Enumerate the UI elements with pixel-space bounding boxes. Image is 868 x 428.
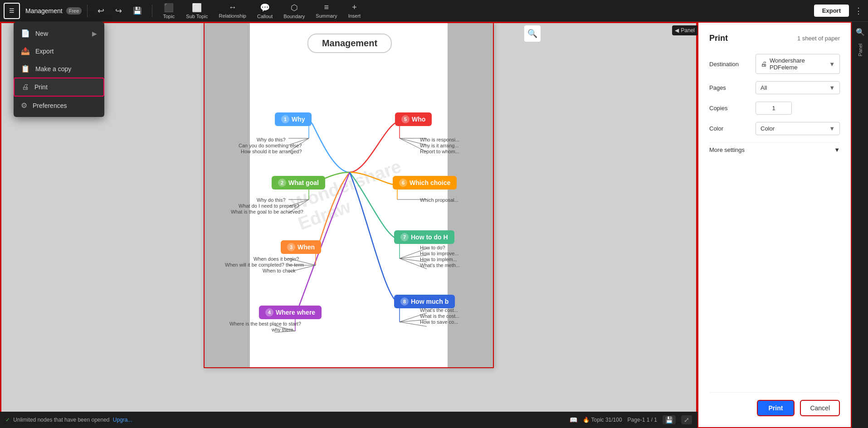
toolbar: ☰ Management Free ↩ ↪ 💾 ⬛ Topic ⬜ Sub To… [0, 0, 868, 22]
topic-how-much-num: 8 [400, 297, 409, 306]
topic-where[interactable]: 4 Where where [259, 306, 322, 319]
pages-select[interactable]: All ▼ [756, 81, 840, 94]
subtopic-button[interactable]: ⬜ Sub Topic [181, 2, 212, 20]
sub-howto-2: How to improve... [420, 251, 459, 256]
callout-label: Callout [257, 14, 273, 19]
summary-icon: ≡ [324, 3, 329, 12]
topic-where-num: 4 [265, 308, 273, 316]
sub-goal-2: What do I need to prepare? [239, 203, 299, 209]
sub-howto-3: How to implem... [420, 257, 457, 262]
print-button[interactable]: Print [757, 400, 795, 416]
search-button[interactable]: 🔍 [524, 25, 541, 42]
insert-icon: + [352, 3, 357, 12]
destination-row: Destination 🖨 Wondershare PDFeleme ▼ [709, 54, 840, 74]
relationship-button[interactable]: ↔ Relationship [214, 2, 251, 19]
book-icon-button[interactable]: 📖 [570, 416, 577, 423]
export-button[interactable]: Export [814, 5, 849, 17]
topic-what-goal[interactable]: 2 What goal [272, 176, 325, 190]
topic-why[interactable]: 1 Why [275, 112, 312, 126]
unlimited-msg: ✓ Unlimited nodes that have been opened … [5, 417, 132, 423]
menu-item-print[interactable]: 🖨 Print [14, 78, 104, 97]
plan-badge: Free [66, 7, 82, 15]
upgrade-link[interactable]: Upgra... [113, 417, 132, 423]
callout-button[interactable]: 💬 Callout [253, 2, 277, 20]
print-subtitle: 1 sheet of paper [797, 35, 840, 42]
sub-why-2: Can you do something else? [239, 143, 302, 148]
topic-how-to[interactable]: 7 How to do H [394, 230, 454, 244]
color-value: Color [761, 125, 775, 132]
topic-when[interactable]: 3 When [281, 240, 321, 254]
print-icon: 🖨 [22, 83, 29, 91]
topic-which-num: 6 [399, 179, 407, 187]
destination-value: Wondershare PDFeleme [770, 57, 829, 71]
menu-copy-label: Make a copy [35, 65, 71, 73]
bottom-bar: ✓ Unlimited nodes that have been opened … [0, 412, 697, 428]
menu-item-make-copy[interactable]: 📋 Make a copy [14, 60, 104, 78]
sub-howmuch-2: What is the cost... [420, 313, 459, 319]
topic-how-much[interactable]: 8 How much b [394, 295, 455, 308]
preferences-icon: ⚙ [21, 101, 27, 110]
right-sidebar: 🔍 Panel [852, 22, 868, 428]
print-panel: Print 1 sheet of paper Destination 🖨 Won… [697, 22, 852, 428]
topic-who[interactable]: 5 Who [395, 112, 432, 126]
menu-item-new[interactable]: 📄 New ▶ [14, 24, 104, 42]
callout-icon: 💬 [260, 3, 270, 13]
new-arrow-icon: ▶ [92, 30, 97, 37]
topic-how-much-label: How much b [411, 298, 449, 305]
topic-how-to-num: 7 [400, 233, 409, 241]
mindmap-container[interactable]: WondershareEdraw [205, 23, 495, 367]
sub-where-1: Where is the best place to start? [229, 321, 301, 326]
copies-row: Copies [709, 102, 840, 115]
boundary-button[interactable]: ⬡ Boundary [279, 2, 309, 20]
check-icon: ✓ [5, 417, 10, 423]
sub-when-3: When to check [263, 268, 296, 273]
toolbar-right: Export ⋮ [814, 4, 864, 18]
menu-button[interactable]: ☰ [4, 3, 20, 19]
subtopic-label: Sub Topic [186, 14, 208, 19]
menu-item-preferences[interactable]: ⚙ Preferences [14, 97, 104, 114]
menu-export-label: Export [35, 48, 54, 55]
topic-which[interactable]: 6 Which choice [393, 176, 457, 190]
save-button[interactable]: 💾 [128, 5, 146, 16]
destination-select[interactable]: 🖨 Wondershare PDFeleme ▼ [756, 54, 840, 74]
topic-who-label: Who [412, 116, 425, 123]
print-footer: Print Cancel [709, 392, 840, 416]
canvas-area[interactable]: 🔍 ◀ Panel WondershareEdraw [0, 22, 697, 428]
topic-where-label: Where where [276, 309, 315, 316]
menu-print-label: Print [34, 83, 48, 91]
color-chevron-icon: ▼ [829, 125, 835, 132]
menu-item-export[interactable]: 📤 Export [14, 42, 104, 60]
relationship-icon: ↔ [229, 3, 237, 12]
cancel-button[interactable]: Cancel [800, 400, 840, 416]
redo-button[interactable]: ↪ [111, 5, 127, 17]
more-settings-chevron-icon: ▼ [834, 146, 840, 153]
menu-new-label: New [35, 30, 48, 37]
canvas-paper[interactable]: WondershareEdraw [204, 22, 494, 368]
expand-button[interactable]: ⤢ [681, 415, 692, 424]
topic-icon: ⬛ [164, 3, 174, 13]
subtopic-icon: ⬜ [192, 3, 202, 13]
pages-chevron-icon: ▼ [829, 84, 835, 91]
topic-flame-icon: 🔥 [583, 417, 590, 423]
hamburger-icon: ☰ [9, 7, 15, 14]
panel-sidebar-label: Panel [858, 44, 863, 56]
topic-info: 🔥 Topic 31/100 [583, 417, 622, 423]
save-status-button[interactable]: 💾 [663, 415, 676, 424]
copies-input[interactable] [756, 102, 792, 115]
more-settings[interactable]: More settings ▼ [709, 142, 840, 153]
sub-who-2: Why is it arrang... [420, 143, 459, 148]
new-icon: 📄 [21, 29, 30, 38]
pages-label: Pages [709, 84, 750, 91]
sub-howto-1: How to do? [420, 245, 445, 250]
print-header: Print 1 sheet of paper [709, 34, 840, 43]
topic-which-label: Which choice [410, 179, 450, 186]
sidebar-search-button[interactable]: 🔍 [854, 25, 867, 38]
color-select[interactable]: Color ▼ [756, 122, 840, 135]
insert-button[interactable]: + Insert [343, 2, 365, 19]
copies-label: Copies [709, 105, 750, 112]
undo-button[interactable]: ↩ [93, 5, 109, 17]
grid-icon-button[interactable]: ⋮ [853, 4, 864, 18]
summary-button[interactable]: ≡ Summary [311, 2, 341, 19]
printer-icon: 🖨 [761, 60, 767, 68]
topic-button[interactable]: ⬛ Topic [158, 2, 180, 20]
